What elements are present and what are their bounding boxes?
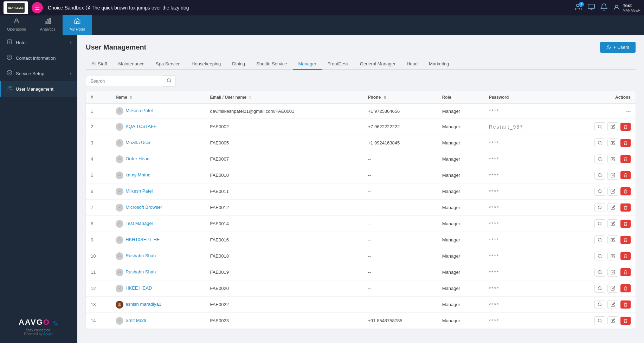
edit-button[interactable] xyxy=(607,316,618,325)
page-header: User Management + Users xyxy=(86,42,636,53)
delete-button[interactable] xyxy=(620,300,631,309)
edit-button[interactable] xyxy=(607,300,618,309)
tab-frontdesk[interactable]: FrontDesk xyxy=(322,58,354,70)
tab-myhotel[interactable]: My Hotel xyxy=(63,15,92,35)
view-button[interactable] xyxy=(594,203,605,212)
search-input[interactable] xyxy=(86,76,163,86)
row-num: 14 xyxy=(86,313,111,329)
actions-col xyxy=(558,232,636,248)
people-icon[interactable]: 1 xyxy=(575,3,582,13)
tab-operations[interactable]: Operations xyxy=(0,15,33,35)
user-link[interactable]: Rushabh Shah xyxy=(125,253,156,258)
user-link[interactable]: Mozilla User xyxy=(125,140,151,145)
edit-button[interactable] xyxy=(607,252,618,260)
sidebar-item-user-management[interactable]: User Management xyxy=(0,81,77,97)
menu-button[interactable]: ☰ xyxy=(32,2,43,13)
tab-general-manager[interactable]: General Manager xyxy=(354,58,401,70)
col-email[interactable]: Email / User name ⇅ xyxy=(205,91,363,104)
hotel-arrow-icon: ▾ xyxy=(70,40,72,45)
topbar: NEXT LEVEL ☰ Choice Sandbox @ The quick … xyxy=(0,0,644,15)
user-link[interactable]: Order Head xyxy=(125,156,149,161)
view-button[interactable] xyxy=(594,268,605,277)
delete-button[interactable] xyxy=(620,155,631,163)
tab-head[interactable]: Head xyxy=(401,58,423,70)
tab-shuttle-service[interactable]: Shuttle Service xyxy=(251,58,292,70)
logo-image: NEXT LEVEL xyxy=(7,3,25,13)
sidebar-item-contact[interactable]: Contact Information xyxy=(0,50,77,66)
view-button[interactable] xyxy=(594,219,605,228)
view-button[interactable] xyxy=(594,316,605,325)
tab-manager[interactable]: Manager xyxy=(293,58,322,70)
user-link[interactable]: Smit Modi xyxy=(125,318,146,323)
search-button[interactable] xyxy=(163,76,175,86)
delete-button[interactable] xyxy=(620,220,631,228)
actions-col xyxy=(558,216,636,232)
add-users-button[interactable]: + Users xyxy=(600,42,636,53)
tab-spa-service[interactable]: Spa Service xyxy=(150,58,186,70)
tab-analytics[interactable]: Analytics xyxy=(33,15,63,35)
row-num: 10 xyxy=(86,248,111,264)
edit-button[interactable] xyxy=(607,187,618,196)
delete-button[interactable] xyxy=(620,317,631,325)
edit-button[interactable] xyxy=(607,203,618,212)
user-link[interactable]: Rushabh Shah xyxy=(125,269,156,274)
delete-button[interactable] xyxy=(620,203,631,212)
delete-button[interactable] xyxy=(620,284,631,292)
user-link[interactable]: Milkesh Patel xyxy=(125,108,153,113)
phone-cell: -- xyxy=(363,167,437,183)
delete-button[interactable] xyxy=(620,187,631,195)
edit-button[interactable] xyxy=(607,235,618,244)
sidebar-item-hotel[interactable]: Hotel ▾ xyxy=(0,35,77,50)
delete-button[interactable] xyxy=(620,171,631,179)
view-button[interactable] xyxy=(594,138,605,147)
edit-button[interactable] xyxy=(607,219,618,228)
user-link[interactable]: Milkesh Patel xyxy=(125,188,153,194)
delete-button[interactable] xyxy=(620,139,631,147)
view-button[interactable] xyxy=(594,235,605,244)
edit-button[interactable] xyxy=(607,268,618,277)
user-profile[interactable]: Test MANAGER xyxy=(613,3,640,13)
user-link[interactable]: ashish maradiya1 xyxy=(125,302,161,307)
col-actions: Actions xyxy=(558,91,636,104)
user-role: MANAGER xyxy=(623,8,640,13)
tab-dining[interactable]: Dining xyxy=(226,58,251,70)
user-avatar xyxy=(116,220,123,228)
user-link[interactable]: kamy Mntnc xyxy=(125,172,150,177)
tab-maintenance[interactable]: Maintenance xyxy=(113,58,150,70)
hotel-icon xyxy=(7,39,12,46)
delete-button[interactable] xyxy=(620,236,631,244)
view-button[interactable] xyxy=(594,171,605,180)
view-button[interactable] xyxy=(594,284,605,293)
phone-cell: -- xyxy=(363,200,437,216)
tab-all-staff[interactable]: All Staff xyxy=(86,58,113,70)
user-link[interactable]: HKH10SEPT HE xyxy=(125,237,160,242)
view-button[interactable] xyxy=(594,252,605,260)
delete-button[interactable] xyxy=(620,252,631,260)
user-link[interactable]: Test Manager xyxy=(125,221,153,226)
col-name[interactable]: Name ⇅ xyxy=(111,91,205,104)
tab-marketing[interactable]: Marketing xyxy=(423,58,455,70)
view-button[interactable] xyxy=(594,155,605,163)
phone-cell: +7 9622222222 xyxy=(363,119,437,135)
view-button[interactable] xyxy=(594,122,605,131)
delete-button[interactable] xyxy=(620,268,631,276)
monitor-icon[interactable] xyxy=(587,3,595,13)
edit-button[interactable] xyxy=(607,138,618,147)
user-link[interactable]: Microsoft Browser xyxy=(125,205,162,210)
notification-badge: 1 xyxy=(579,2,584,7)
phone-cell: +1 9725364656 xyxy=(363,104,437,119)
edit-button[interactable] xyxy=(607,155,618,163)
user-link[interactable]: HKEE HEAD xyxy=(125,285,152,291)
view-button[interactable] xyxy=(594,300,605,309)
tab-housekeeping[interactable]: Housekeeping xyxy=(186,58,226,70)
user-link[interactable]: KQA TCSTAFF xyxy=(125,124,156,129)
col-phone[interactable]: Phone ⇅ xyxy=(363,91,437,104)
edit-button[interactable] xyxy=(607,171,618,180)
sidebar-item-service-setup[interactable]: Service Setup ▾ xyxy=(0,66,77,81)
bell-icon[interactable] xyxy=(600,3,608,13)
view-button[interactable] xyxy=(594,187,605,196)
edit-button[interactable] xyxy=(607,122,618,131)
sidebar-contact-label: Contact Information xyxy=(16,56,72,61)
edit-button[interactable] xyxy=(607,284,618,293)
delete-button[interactable] xyxy=(620,123,631,131)
